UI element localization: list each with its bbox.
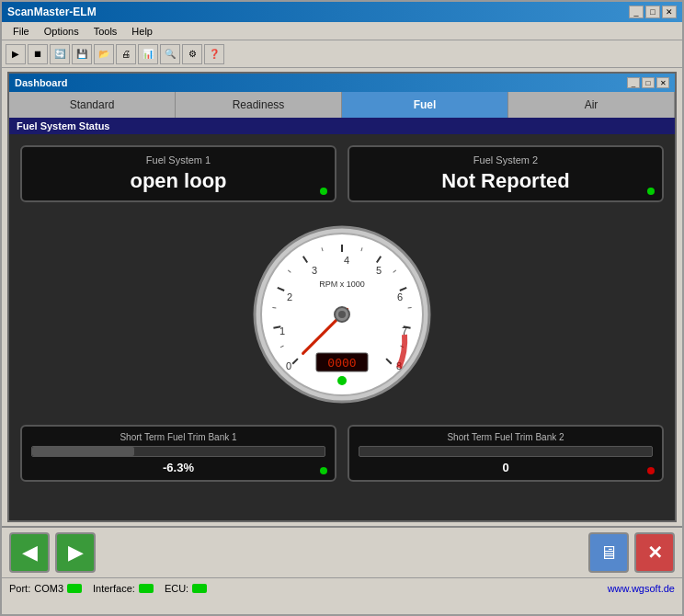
outer-window-title: ScanMaster-ELM [7, 6, 97, 18]
tab-air[interactable]: Air [508, 92, 675, 118]
fuel-systems-row: Fuel System 1 open loop Fuel System 2 No… [20, 145, 664, 202]
port-label: Port: [9, 583, 30, 594]
ecu-status: ECU: [165, 583, 207, 594]
outer-minimize-button[interactable]: _ [629, 6, 644, 18]
stft-bank1-box: Short Term Fuel Trim Bank 1 -6.3% [20, 425, 336, 482]
fuel-system-2-label: Fuel System 2 [360, 154, 651, 165]
fuel-system-2-value: Not Reported [360, 169, 651, 193]
stft-bank2-track [359, 446, 653, 457]
toolbar-btn-1[interactable]: ▶ [6, 44, 26, 64]
fuel-system-1-indicator [320, 188, 327, 195]
ecu-label: ECU: [165, 583, 188, 594]
outer-window-controls: _ □ ✕ [629, 6, 677, 18]
svg-text:0000: 0000 [327, 356, 356, 370]
tab-fuel[interactable]: Fuel [342, 92, 508, 118]
stft-bank2-indicator [647, 467, 655, 474]
stft-bank1-value: -6.3% [31, 461, 325, 474]
toolbar-btn-5[interactable]: 📂 [94, 44, 114, 64]
toolbar: ▶ ⏹ 🔄 💾 📂 🖨 📊 🔍 ⚙ ❓ [2, 40, 682, 68]
outer-close-button[interactable]: ✕ [662, 6, 677, 18]
menu-tools[interactable]: Tools [86, 26, 125, 37]
svg-text:1: 1 [279, 325, 285, 337]
stft-bank1-indicator [320, 467, 327, 474]
nav-left: ◀ ▶ [9, 532, 96, 573]
fuel-system-1-value: open loop [33, 169, 324, 193]
tachometer-area: 0 1 2 3 4 5 6 7 8 RPM x 1000 [20, 213, 664, 416]
stft-bank1-fill [32, 447, 134, 456]
svg-text:5: 5 [376, 265, 382, 276]
svg-text:RPM x 1000: RPM x 1000 [319, 279, 365, 289]
svg-point-34 [337, 376, 347, 385]
stft-bank2-value: 0 [359, 461, 653, 474]
close-button[interactable]: ✕ [634, 532, 675, 573]
monitor-button[interactable]: 🖥 [588, 532, 629, 573]
toolbar-btn-6[interactable]: 🖨 [116, 44, 136, 64]
outer-titlebar: ScanMaster-ELM _ □ ✕ [2, 2, 682, 22]
stft-bank2-label: Short Term Fuel Trim Bank 2 [359, 432, 653, 442]
toolbar-btn-10[interactable]: ❓ [204, 44, 224, 64]
bottom-gauges-row: Short Term Fuel Trim Bank 1 -6.3% Short … [20, 425, 664, 482]
section-header: Fuel System Status [9, 118, 675, 134]
statusbar-website: www.wgsoft.de [608, 583, 675, 594]
tab-standard[interactable]: Standard [9, 92, 176, 118]
main-content: Fuel System 1 open loop Fuel System 2 No… [9, 134, 675, 520]
toolbar-btn-7[interactable]: 📊 [138, 44, 158, 64]
interface-label: Interface: [93, 583, 135, 594]
menu-file[interactable]: File [6, 26, 37, 37]
menubar: File Options Tools Help [2, 22, 682, 40]
svg-text:6: 6 [397, 291, 403, 302]
dashboard-window: Dashboard _ □ ✕ Standard Readiness Fuel … [7, 72, 677, 522]
interface-indicator [139, 584, 154, 593]
tab-bar: Standard Readiness Fuel Air [9, 92, 675, 118]
toolbar-btn-2[interactable]: ⏹ [28, 44, 48, 64]
toolbar-btn-3[interactable]: 🔄 [50, 44, 70, 64]
dashboard-title: Dashboard [15, 77, 67, 88]
dashboard-maximize-button[interactable]: □ [642, 77, 655, 88]
toolbar-btn-4[interactable]: 💾 [72, 44, 92, 64]
toolbar-btn-9[interactable]: ⚙ [182, 44, 202, 64]
statusbar: Port: COM3 Interface: ECU: www.wgsoft.de [2, 577, 682, 598]
stft-bank2-box: Short Term Fuel Trim Bank 2 0 [348, 425, 664, 482]
menu-options[interactable]: Options [37, 26, 86, 37]
outer-maximize-button[interactable]: □ [645, 6, 660, 18]
interface-status: Interface: [93, 583, 154, 594]
tachometer: 0 1 2 3 4 5 6 7 8 RPM x 1000 [250, 222, 434, 406]
back-button[interactable]: ◀ [9, 532, 50, 573]
stft-bank1-label: Short Term Fuel Trim Bank 1 [31, 432, 325, 442]
svg-point-31 [338, 311, 346, 318]
dashboard-titlebar: Dashboard _ □ ✕ [9, 74, 675, 92]
nav-bar: ◀ ▶ 🖥 ✕ [2, 526, 682, 577]
svg-text:2: 2 [287, 291, 292, 302]
menu-help[interactable]: Help [124, 26, 160, 37]
fuel-system-2-box: Fuel System 2 Not Reported [348, 145, 664, 202]
dashboard-minimize-button[interactable]: _ [627, 77, 640, 88]
nav-right: 🖥 ✕ [588, 532, 675, 573]
toolbar-btn-8[interactable]: 🔍 [160, 44, 180, 64]
tab-readiness[interactable]: Readiness [176, 92, 342, 118]
outer-window: ScanMaster-ELM _ □ ✕ File Options Tools … [0, 0, 684, 616]
statusbar-left: Port: COM3 Interface: ECU: [9, 583, 207, 594]
dashboard-close-button[interactable]: ✕ [656, 77, 669, 88]
fuel-system-2-indicator [647, 188, 655, 195]
port-status: Port: COM3 [9, 583, 82, 594]
fuel-system-1-box: Fuel System 1 open loop [20, 145, 336, 202]
svg-text:4: 4 [344, 255, 349, 266]
port-value: COM3 [34, 583, 63, 594]
forward-button[interactable]: ▶ [55, 532, 96, 573]
stft-bank1-track [31, 446, 325, 457]
tachometer-svg: 0 1 2 3 4 5 6 7 8 RPM x 1000 [250, 222, 434, 406]
dashboard-window-controls: _ □ ✕ [627, 77, 669, 88]
port-indicator [67, 584, 82, 593]
svg-text:3: 3 [312, 265, 317, 276]
svg-text:0: 0 [286, 360, 291, 371]
fuel-system-1-label: Fuel System 1 [33, 154, 324, 165]
ecu-indicator [192, 584, 207, 593]
